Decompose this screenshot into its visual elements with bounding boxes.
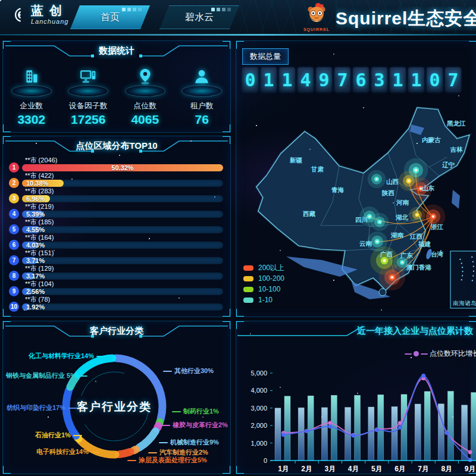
logo-text: 蓝创 Lanchuang (31, 4, 68, 25)
top10-bar-list[interactable]: **市 (2046)150.32%**市 (422)210.38%**市 (28… (9, 156, 223, 311)
province-label-青海: 青海 (331, 186, 345, 193)
bar-percent: 4.03% (26, 242, 45, 249)
stat-item-点位数: 点位数4065 (118, 65, 173, 127)
counter-digit: 1 (261, 67, 277, 92)
svg-text:南海诸岛: 南海诸岛 (453, 300, 476, 306)
stat-icon-box (4, 65, 59, 99)
month-label: 6月 (394, 465, 406, 473)
data-total-label: 数据总量 (242, 48, 289, 65)
stat-value: 3302 (4, 112, 59, 127)
map-legend-row: 1-10 (243, 295, 284, 305)
map-legend-row: 200以上 (243, 262, 284, 273)
top10-row[interactable]: **市 (151)73.71% (9, 249, 223, 265)
legend-label: 1-10 (258, 296, 273, 304)
top10-bar-line: 210.38% (9, 179, 223, 187)
top10-row[interactable]: **市 (78)101.92% (9, 296, 223, 311)
donut-label-机械制造行业: 机械制造行业9% (156, 438, 219, 447)
top10-row[interactable]: **市 (129)83.17% (9, 265, 223, 280)
province-label-陕西: 陕西 (382, 189, 395, 196)
province-label-云南: 云南 (359, 240, 372, 247)
donut-label-橡胶与皮革行业: 橡胶与皮革行业2% (159, 421, 228, 430)
legend-line (405, 353, 412, 355)
rank-badge: 3 (9, 193, 19, 203)
top10-row[interactable]: **市 (422)210.38% (9, 172, 223, 187)
stat-label: 企业数 (4, 101, 59, 111)
province-label-辽宁: 辽宁 (442, 161, 455, 168)
industry-panel: 客户行业分类 客户行业分类 其他行业30%制药行业1%橡胶与皮革行业2%机械制造… (2, 321, 231, 474)
svg-text:5,000: 5,000 (250, 369, 267, 377)
trend-chart[interactable]: 01,0002,0003,0004,0005,0001月2月3月4月5月6月7月… (236, 363, 476, 474)
top10-bar-line: 73.71% (9, 256, 223, 264)
top10-bar-line: 92.56% (9, 287, 223, 295)
donut-label-制药行业: 制药行业1% (170, 407, 219, 416)
top10-row[interactable]: **市 (164)64.03% (9, 234, 223, 249)
stat-icon-box (174, 65, 229, 99)
counter-digit: 7 (334, 67, 350, 92)
top10-panel: 点位区域分布TOP10 **市 (2046)150.32%**市 (422)21… (2, 136, 231, 317)
bar-percent: 50.32% (111, 164, 133, 171)
svg-text:2,000: 2,000 (250, 422, 267, 429)
svg-text:0: 0 (264, 457, 267, 464)
bar-track: 3.17% (22, 273, 223, 280)
label-leader-line (172, 411, 181, 412)
bar-track: 3.71% (22, 257, 223, 264)
logo-subtitle: Lanchuang (31, 18, 68, 25)
top10-row[interactable]: **市 (104)92.56% (9, 280, 223, 296)
donut-label-石油行业: 石油行业1% (35, 431, 84, 440)
province-label-澳门香港: 澳门香港 (406, 264, 432, 271)
province-label-河南: 河南 (396, 199, 409, 206)
stat-label: 设备因子数 (61, 101, 115, 111)
month-label: 5月 (371, 465, 383, 473)
top10-row[interactable]: **市 (219)45.39% (9, 203, 223, 218)
trend-legend-item[interactable]: 点位数环比增长率 (405, 349, 476, 359)
top10-row[interactable]: **市 (283)36.96% (9, 187, 223, 203)
counter-digit: 7 (445, 67, 461, 92)
counter-digit: 0 (427, 67, 443, 92)
top10-bar-line: 36.96% (9, 195, 223, 202)
stat-item-租户数: 租户数76 (174, 65, 229, 127)
province-label-内蒙古: 内蒙古 (422, 136, 441, 143)
squirrel-mascot-icon (303, 1, 330, 27)
trend-legend: 点位数环比增长率 (405, 349, 476, 359)
month-label: 1月 (278, 465, 289, 473)
label-leader-line (79, 375, 87, 377)
province-label-山西: 山西 (386, 178, 399, 185)
icon-pedestal (181, 85, 222, 97)
province-label-浙江: 浙江 (430, 223, 444, 230)
top10-row[interactable]: **市 (2046)150.32% (9, 156, 223, 172)
region-label: **市 (129) (25, 265, 223, 272)
bar-track: 4.03% (22, 242, 223, 249)
panel-corner (236, 40, 244, 49)
bar-track: 6.96% (22, 195, 223, 202)
rank-badge: 5 (9, 224, 19, 234)
province-label-西藏: 西藏 (302, 210, 316, 217)
map-legend-row: 100-200 (243, 273, 284, 284)
tab-首页[interactable]: 首页 (70, 5, 150, 29)
stat-value: 76 (174, 112, 229, 127)
month-label: 4月 (348, 465, 359, 473)
month-label: 8月 (441, 465, 453, 473)
mascot-name: SQUIRREL (301, 27, 332, 32)
icon-pedestal (68, 85, 108, 97)
building-icon (23, 67, 40, 85)
province-label-福建: 福建 (418, 240, 431, 248)
brand-logo[interactable]: 蓝创 Lanchuang (8, 4, 68, 25)
top10-row[interactable]: **市 (185)54.55% (9, 218, 223, 234)
panel-corner (469, 40, 476, 49)
donut-label-涂层及表面处理行业: 涂层及表面处理行业5% (125, 456, 207, 465)
svg-text:3,000: 3,000 (250, 405, 267, 412)
top10-bar-line: 64.03% (9, 241, 223, 249)
label-leader-line (161, 425, 170, 426)
rank-badge: 1 (9, 162, 19, 173)
bar-track: 10.38% (22, 180, 223, 187)
legend-swatch (243, 276, 253, 281)
stats-panel-title: 数据统计 (99, 45, 134, 55)
legend-dot (414, 351, 419, 356)
bar-percent: 10.38% (26, 180, 48, 187)
region-label: **市 (422) (25, 172, 223, 179)
counter-digit: 3 (371, 67, 387, 92)
tab-碧水云[interactable]: 碧水云 (159, 5, 239, 29)
top10-bar-line: 101.92% (9, 303, 223, 311)
stat-value: 17256 (61, 112, 115, 127)
tab-pixel-decoration (122, 8, 142, 11)
